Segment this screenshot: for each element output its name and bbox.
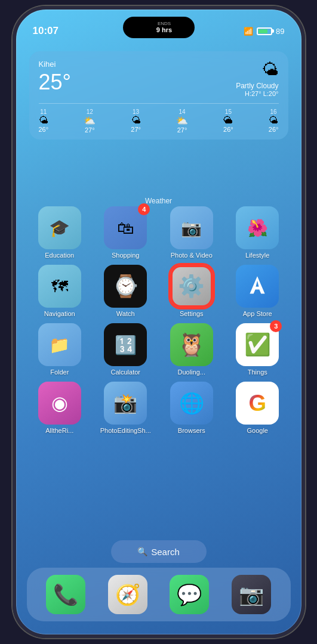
- photo-video-app-icon: 📷: [170, 206, 213, 249]
- battery-pct: 89: [276, 27, 284, 36]
- folder-app-icon: 📁: [38, 323, 81, 366]
- folder-app[interactable]: 📁Folder: [31, 323, 88, 376]
- search-bar[interactable]: 🔍 Search: [111, 540, 207, 563]
- shopping-app-badge: 4: [138, 203, 150, 215]
- photo-video-app-label: Photo & Video: [171, 252, 213, 259]
- education-app[interactable]: 🎓Education: [31, 206, 88, 259]
- weather-condition-icon: 🌤: [236, 60, 278, 79]
- weather-widget-label: Weather: [16, 197, 301, 205]
- navigation-app-label: Navigation: [44, 310, 75, 317]
- wifi-icon: 📶: [244, 27, 253, 36]
- umbrella-icon: ☂: [145, 23, 153, 32]
- messages-app[interactable]: 💬: [170, 575, 209, 614]
- lifestyle-app[interactable]: 🌺Lifestyle: [229, 206, 286, 259]
- alltheright-app-icon: ◉: [38, 382, 81, 425]
- things-app[interactable]: ✅3Things: [229, 323, 286, 376]
- weather-high-low: H:27° L:20°: [236, 90, 278, 97]
- settings-app-icon: ⚙️: [170, 265, 213, 308]
- weather-temp: 25°: [39, 70, 71, 95]
- phone-frame: 10:07 📶 89 ☂ ENDS 9 hrs Kihei 25° 🌤 Part…: [13, 6, 305, 638]
- status-right: 📶 89: [244, 27, 284, 36]
- app-row: ◉AlltheRi...📸PhotoEditingSh...🌐BrowsersG…: [27, 382, 291, 434]
- dock: 📞🧭💬📷: [27, 568, 291, 621]
- lifestyle-app-label: Lifestyle: [245, 252, 269, 259]
- duolingo-app-label: Duoling...: [178, 369, 205, 376]
- appstore-app-icon: [236, 265, 279, 308]
- duolingo-app-icon: 🦉: [170, 323, 213, 366]
- forecast-day: 13🌤27°: [131, 109, 141, 134]
- app-row: 📁Folder🔢Calculator🦉Duoling...✅3Things: [27, 323, 291, 376]
- app-grid: 🎓Education🛍4Shopping📷Photo & Video🌺Lifes…: [27, 206, 291, 440]
- photoediting-app-icon: 📸: [104, 382, 147, 425]
- forecast-day: 11🌤26°: [39, 109, 49, 134]
- watch-app-label: Watch: [116, 310, 135, 317]
- photoediting-app-label: PhotoEditingSh...: [100, 427, 151, 434]
- google-app[interactable]: GGoogle: [229, 382, 286, 434]
- alltheright-app-label: AlltheRi...: [45, 427, 73, 434]
- safari-app[interactable]: 🧭: [108, 575, 147, 614]
- things-app-icon: ✅3: [236, 323, 279, 366]
- weather-description: Partly Cloudy: [236, 82, 278, 90]
- photoediting-app[interactable]: 📸PhotoEditingSh...: [97, 382, 154, 434]
- folder-app-label: Folder: [50, 369, 69, 376]
- weather-location: Kihei: [39, 60, 71, 69]
- shopping-app[interactable]: 🛍4Shopping: [97, 206, 154, 259]
- browsers-app-label: Browsers: [178, 427, 205, 434]
- calculator-app-icon: 🔢: [104, 323, 147, 366]
- weather-left: Kihei 25°: [39, 60, 71, 95]
- education-app-icon: 🎓: [38, 206, 81, 249]
- photo-video-app[interactable]: 📷Photo & Video: [163, 206, 220, 259]
- browsers-app-icon: 🌐: [170, 382, 213, 425]
- shopping-app-label: Shopping: [112, 252, 140, 259]
- app-row: 🎓Education🛍4Shopping📷Photo & Video🌺Lifes…: [27, 206, 291, 259]
- weather-right: 🌤 Partly Cloudy H:27° L:20°: [236, 60, 278, 97]
- navigation-app-icon: 🗺: [38, 265, 81, 308]
- phone-app[interactable]: 📞: [46, 575, 85, 614]
- camera-app[interactable]: 📷: [232, 575, 271, 614]
- things-app-badge: 3: [270, 320, 282, 332]
- settings-app-label: Settings: [180, 310, 204, 317]
- ends-label: ENDS: [156, 21, 172, 27]
- dynamic-island-info: ENDS 9 hrs: [156, 21, 172, 35]
- watch-app[interactable]: ⌚Watch: [97, 265, 154, 317]
- dynamic-island: ☂ ENDS 9 hrs: [123, 17, 195, 38]
- shopping-app-icon: 🛍4: [104, 206, 147, 249]
- appstore-app-label: App Store: [243, 310, 272, 317]
- weather-top: Kihei 25° 🌤 Partly Cloudy H:27° L:20°: [39, 60, 279, 97]
- lifestyle-app-icon: 🌺: [236, 206, 279, 249]
- forecast-day: 15🌥26°: [223, 109, 233, 134]
- calculator-app[interactable]: 🔢Calculator: [97, 323, 154, 376]
- forecast-day: 12⛅27°: [84, 109, 96, 134]
- hours-label: 9 hrs: [156, 26, 172, 34]
- calculator-app-label: Calculator: [110, 369, 140, 376]
- things-app-label: Things: [248, 369, 267, 376]
- search-icon: 🔍: [137, 547, 147, 556]
- weather-forecast: 11🌤26°12⛅27°13🌤27°14⛅27°15🌥26°16🌤26°: [39, 103, 279, 134]
- forecast-day: 14⛅27°: [176, 109, 188, 134]
- weather-widget[interactable]: Kihei 25° 🌤 Partly Cloudy H:27° L:20° 11…: [29, 51, 288, 140]
- app-row: 🗺Navigation⌚Watch⚙️SettingsApp Store: [27, 265, 291, 317]
- alltheright-app[interactable]: ◉AlltheRi...: [31, 382, 88, 434]
- settings-app[interactable]: ⚙️Settings: [163, 265, 220, 317]
- forecast-day: 16🌤26°: [269, 109, 279, 134]
- watch-app-icon: ⌚: [104, 265, 147, 308]
- status-time: 10:07: [33, 25, 59, 37]
- appstore-app[interactable]: App Store: [229, 265, 286, 317]
- search-label: Search: [151, 547, 180, 557]
- battery-icon: [257, 27, 272, 35]
- education-app-label: Education: [45, 252, 74, 259]
- browsers-app[interactable]: 🌐Browsers: [163, 382, 220, 434]
- duolingo-app[interactable]: 🦉Duoling...: [163, 323, 220, 376]
- navigation-app[interactable]: 🗺Navigation: [31, 265, 88, 317]
- google-app-label: Google: [247, 427, 268, 434]
- google-app-icon: G: [236, 382, 279, 425]
